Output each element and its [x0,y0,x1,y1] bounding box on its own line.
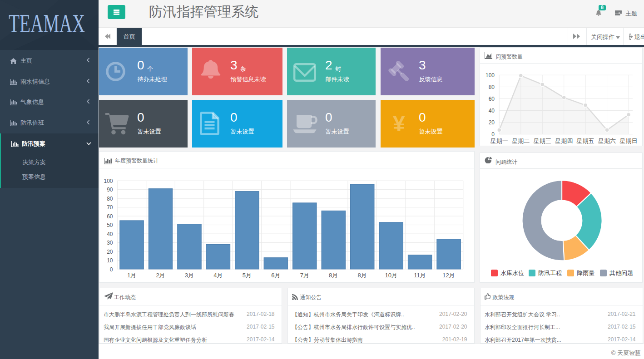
svg-text:30: 30 [107,240,113,246]
svg-text:50: 50 [107,222,113,228]
svg-text:80: 80 [107,196,113,202]
svg-text:40: 40 [489,108,495,114]
svg-text:星期二: 星期二 [512,138,530,144]
svg-text:星期日: 星期日 [620,138,638,144]
svg-text:12月: 12月 [442,272,455,279]
svg-text:7月: 7月 [300,272,309,279]
svg-text:40: 40 [107,231,113,237]
svg-text:6月: 6月 [271,272,280,279]
svg-text:星期四: 星期四 [555,138,573,144]
svg-text:11月: 11月 [414,272,426,279]
svg-text:0: 0 [491,131,495,138]
svg-text:20: 20 [489,119,495,126]
svg-text:20: 20 [107,249,113,255]
svg-text:3月: 3月 [185,272,194,279]
svg-text:防汛工程: 防汛工程 [538,270,562,276]
svg-text:星期六: 星期六 [598,138,616,144]
svg-text:星期一: 星期一 [490,138,508,144]
svg-text:1月: 1月 [127,272,136,279]
svg-text:80: 80 [489,84,495,90]
svg-text:2月: 2月 [156,272,165,279]
svg-text:10月: 10月 [385,272,397,279]
svg-text:10: 10 [107,257,113,264]
svg-text:其他问题: 其他问题 [609,270,633,276]
svg-text:0: 0 [110,266,113,273]
svg-text:100: 100 [104,178,113,184]
svg-text:100: 100 [485,72,495,79]
svg-text:8月: 8月 [329,272,338,279]
svg-text:60: 60 [489,96,495,102]
svg-text:5月: 5月 [243,272,252,279]
svg-text:降雨量: 降雨量 [577,270,594,276]
svg-text:8月: 8月 [358,272,367,279]
svg-text:水库水位: 水库水位 [500,270,524,276]
svg-text:70: 70 [107,204,113,211]
svg-text:星期五: 星期五 [577,138,594,144]
svg-text:90: 90 [107,187,113,193]
svg-text:星期三: 星期三 [534,138,551,144]
svg-text:4月: 4月 [213,272,223,279]
svg-text:60: 60 [107,213,113,220]
